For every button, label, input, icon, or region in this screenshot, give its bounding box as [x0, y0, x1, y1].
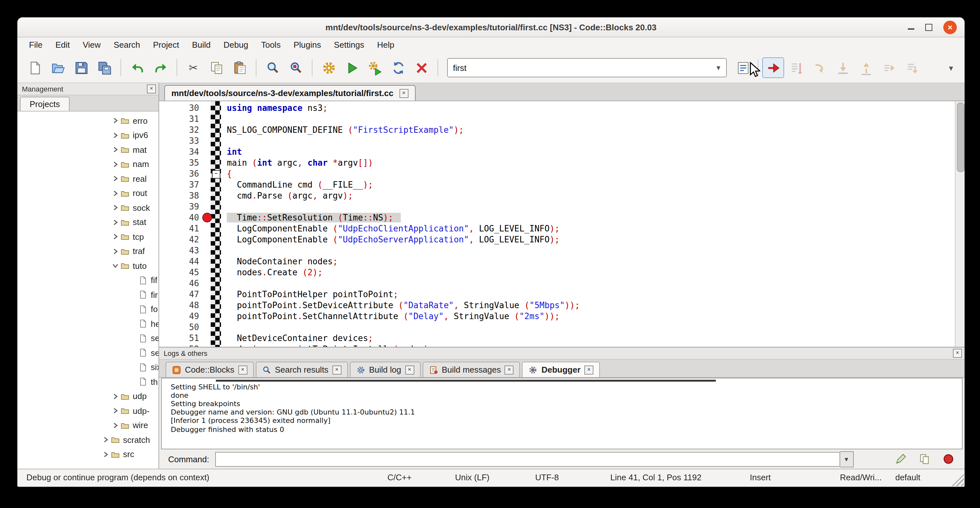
- chevron-right-icon[interactable]: [111, 393, 121, 400]
- menu-plugins[interactable]: Plugins: [287, 37, 327, 53]
- menu-tools[interactable]: Tools: [255, 37, 287, 53]
- copy-button[interactable]: [918, 452, 932, 466]
- line-number[interactable]: 46: [159, 279, 201, 288]
- next-instruction-button[interactable]: [878, 57, 900, 78]
- menu-build[interactable]: Build: [186, 37, 217, 53]
- abort-build-button[interactable]: [410, 57, 432, 78]
- tree-item-se[interactable]: se: [18, 346, 159, 360]
- tree-item-se[interactable]: se: [18, 331, 159, 346]
- chevron-right-icon[interactable]: [111, 161, 121, 168]
- line-number[interactable]: 50: [159, 322, 201, 332]
- line-number[interactable]: 35: [159, 158, 201, 167]
- menu-debug[interactable]: Debug: [217, 37, 255, 53]
- code-line[interactable]: 49 pointToPoint.SetChannelAttribute ("De…: [159, 311, 964, 322]
- line-number[interactable]: 39: [159, 202, 201, 212]
- stop-button[interactable]: [941, 452, 956, 466]
- chevron-down-icon[interactable]: [111, 262, 121, 270]
- code-line[interactable]: 37 CommandLine cmd (__FILE__);: [159, 179, 964, 190]
- close-tab-icon[interactable]: ×: [584, 365, 593, 374]
- menu-settings[interactable]: Settings: [327, 37, 371, 53]
- new-file-button[interactable]: [24, 57, 46, 78]
- fold-collapse-icon[interactable]: −: [212, 170, 220, 178]
- tree-item-rout[interactable]: rout: [18, 186, 159, 201]
- tree-item-he[interactable]: he: [18, 317, 159, 331]
- open-folder-button[interactable]: [47, 57, 69, 78]
- step-out-button[interactable]: [855, 57, 877, 78]
- code-line[interactable]: 33: [159, 135, 964, 147]
- code-line[interactable]: 52 devices = pointToPoint.Install (nodes…: [159, 344, 964, 347]
- maximize-button[interactable]: [925, 24, 932, 30]
- line-number[interactable]: 41: [159, 224, 201, 233]
- close-tab-icon[interactable]: ×: [405, 365, 414, 374]
- line-number[interactable]: 36: [159, 169, 201, 178]
- code-editor[interactable]: − 30using namespace ns3;3132NS_LOG_COMPO…: [159, 101, 964, 347]
- line-number[interactable]: 45: [159, 268, 201, 277]
- debugger-log[interactable]: Setting SHELL to '/bin/sh'doneSetting br…: [161, 378, 963, 449]
- tree-item-stat[interactable]: stat: [18, 215, 159, 229]
- code-line[interactable]: 39: [159, 201, 964, 212]
- menu-edit[interactable]: Edit: [49, 37, 76, 53]
- line-number[interactable]: 32: [159, 125, 201, 135]
- code-line[interactable]: 44 NodeContainer nodes;: [159, 256, 964, 267]
- step-into-button[interactable]: [832, 57, 854, 78]
- chevron-right-icon[interactable]: [111, 233, 121, 241]
- code-line[interactable]: 41 LogComponentEnable ("UdpEchoClientApp…: [159, 223, 964, 234]
- run-button[interactable]: [341, 57, 363, 78]
- menu-help[interactable]: Help: [371, 37, 401, 53]
- tree-item-wire[interactable]: wire: [18, 418, 159, 433]
- tree-item-traf[interactable]: traf: [18, 244, 159, 258]
- line-number[interactable]: 38: [159, 191, 201, 201]
- chevron-right-icon[interactable]: [111, 117, 121, 125]
- line-number[interactable]: 42: [159, 235, 201, 244]
- resize-grip[interactable]: [951, 474, 964, 486]
- close-tab-icon[interactable]: ×: [505, 365, 514, 374]
- command-input[interactable]: [215, 452, 840, 467]
- search-input[interactable]: [448, 63, 711, 73]
- code-line[interactable]: 40 Time::SetResolution (Time::NS);: [159, 212, 964, 223]
- scrollbar-thumb[interactable]: [956, 102, 964, 172]
- menu-view[interactable]: View: [76, 37, 107, 53]
- code-line[interactable]: 42 LogComponentEnable ("UdpEchoServerApp…: [159, 234, 964, 245]
- logs-tab-build-log[interactable]: Build log×: [350, 361, 420, 377]
- editor-vertical-scrollbar[interactable]: [955, 101, 964, 347]
- tree-item-mat[interactable]: mat: [18, 142, 159, 157]
- chevron-down-icon[interactable]: ▾: [711, 63, 726, 72]
- line-number[interactable]: 49: [159, 311, 201, 321]
- line-number[interactable]: 40: [159, 213, 201, 222]
- chevron-right-icon[interactable]: [102, 436, 111, 444]
- code-line[interactable]: 35main (int argc, char *argv[]): [159, 157, 964, 168]
- logs-tab-build-messages[interactable]: Build messages×: [422, 361, 520, 377]
- next-line-button[interactable]: [808, 57, 830, 78]
- tree-item-src[interactable]: src: [18, 447, 159, 462]
- chevron-right-icon[interactable]: [111, 248, 121, 255]
- code-line[interactable]: 31: [159, 113, 964, 124]
- search-combobox[interactable]: ▾: [447, 58, 727, 77]
- line-number[interactable]: 43: [159, 245, 201, 255]
- command-history-button[interactable]: ▾: [840, 451, 853, 467]
- tree-item-six[interactable]: six: [18, 360, 159, 374]
- line-number[interactable]: 33: [159, 136, 201, 146]
- build-and-run-button[interactable]: [364, 57, 386, 78]
- code-line[interactable]: 36{: [159, 168, 964, 179]
- code-line[interactable]: 48 pointToPoint.SetDeviceAttribute ("Dat…: [159, 300, 964, 311]
- rebuild-button[interactable]: [387, 57, 409, 78]
- tree-item-th[interactable]: th: [18, 374, 159, 389]
- minimize-button[interactable]: [908, 24, 914, 30]
- code-line[interactable]: 47 PointToPointHelper pointToPoint;: [159, 289, 964, 300]
- close-logs-button[interactable]: ×: [953, 349, 962, 358]
- code-line[interactable]: 38 cmd.Parse (argc, argv);: [159, 190, 964, 201]
- chevron-right-icon[interactable]: [111, 218, 121, 226]
- logs-tab-code-blocks[interactable]: Code::Blocks×: [165, 361, 253, 377]
- menu-search[interactable]: Search: [107, 37, 146, 53]
- code-line[interactable]: 30using namespace ns3;: [159, 102, 964, 113]
- code-line[interactable]: 46: [159, 278, 964, 289]
- step-into-instruction-button[interactable]: [901, 57, 923, 78]
- close-management-button[interactable]: ×: [147, 84, 156, 94]
- find-button[interactable]: [262, 57, 283, 78]
- tree-item-fo[interactable]: fo: [18, 302, 159, 317]
- menu-file[interactable]: File: [22, 37, 49, 53]
- code-line[interactable]: 32NS_LOG_COMPONENT_DEFINE ("FirstScriptE…: [159, 124, 964, 135]
- tree-item-udp[interactable]: udp-: [18, 404, 159, 418]
- logs-tab-search-results[interactable]: Search results×: [256, 361, 348, 377]
- tree-item-tcp[interactable]: tcp: [18, 229, 159, 244]
